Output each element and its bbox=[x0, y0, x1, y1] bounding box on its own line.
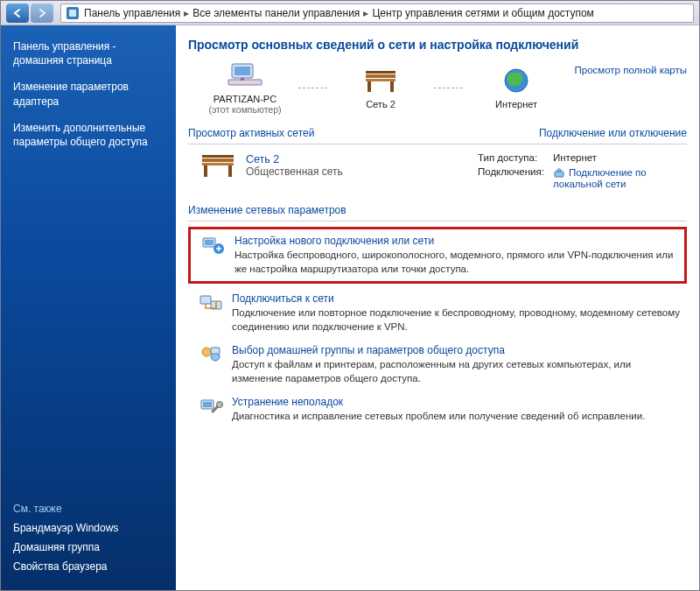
task-description: Настройка беспроводного, широкополосного… bbox=[234, 249, 679, 276]
page-title: Просмотр основных сведений о сети и наст… bbox=[188, 38, 687, 52]
active-network-item: Сеть 2 Общественная сеть bbox=[188, 150, 472, 184]
arrow-right-icon bbox=[37, 8, 47, 18]
task-description: Доступ к файлам и принтерам, расположенн… bbox=[232, 358, 682, 385]
svg-point-27 bbox=[217, 402, 223, 408]
svg-rect-14 bbox=[228, 165, 232, 177]
chevron-right-icon: ▸ bbox=[184, 7, 189, 19]
homegroup-icon bbox=[199, 344, 225, 368]
svg-rect-5 bbox=[366, 79, 396, 81]
map-pc-sub: (этот компьютер) bbox=[188, 104, 302, 115]
svg-rect-11 bbox=[202, 158, 234, 162]
svg-rect-12 bbox=[202, 163, 234, 165]
bench-icon bbox=[199, 150, 237, 184]
sidebar-link-homegroup[interactable]: Домашняя группа bbox=[13, 541, 164, 553]
troubleshoot-icon bbox=[199, 396, 225, 419]
svg-point-22 bbox=[202, 348, 211, 356]
computer-icon bbox=[188, 60, 302, 92]
svg-rect-20 bbox=[200, 296, 211, 304]
svg-rect-2 bbox=[228, 80, 262, 85]
task-description: Подключение или повторное подключение к … bbox=[232, 306, 682, 334]
map-pc-name: PARTIZAN-PC bbox=[188, 94, 302, 104]
bench-icon bbox=[324, 66, 438, 97]
new-connection-icon bbox=[201, 235, 228, 258]
connection-details: Тип доступа: Интернет Подключения: Подкл… bbox=[472, 150, 687, 192]
task-title-link[interactable]: Устранение неполадок bbox=[232, 396, 343, 408]
sidebar-link-adapter-settings[interactable]: Изменение параметров адаптера bbox=[13, 80, 164, 108]
access-type-value: Интернет bbox=[550, 151, 685, 164]
svg-rect-4 bbox=[366, 74, 396, 78]
active-networks-heading: Просмотр активных сетей Подключение или … bbox=[188, 127, 687, 141]
task-title-link[interactable]: Выбор домашней группы и параметров общег… bbox=[232, 344, 505, 356]
svg-rect-15 bbox=[202, 155, 234, 158]
svg-rect-16 bbox=[555, 172, 564, 177]
svg-rect-24 bbox=[211, 348, 220, 354]
nav-back-button[interactable] bbox=[6, 4, 29, 23]
sidebar-home-link[interactable]: Панель управления - домашняя страница bbox=[13, 39, 164, 67]
control-panel-icon bbox=[66, 7, 79, 19]
svg-rect-6 bbox=[368, 81, 371, 92]
map-network-name: Сеть 2 bbox=[324, 99, 438, 109]
arrow-left-icon bbox=[12, 8, 23, 18]
task-description: Диагностика и исправление сетевых пробле… bbox=[232, 410, 645, 424]
task-connect-network[interactable]: Подключиться к сети Подключение или повт… bbox=[188, 287, 687, 339]
network-map: PARTIZAN-PC (этот компьютер) Сеть 2 bbox=[188, 60, 573, 115]
map-node-network: Сеть 2 bbox=[324, 66, 438, 109]
sidebar-link-browser-properties[interactable]: Свойства браузера bbox=[13, 560, 164, 573]
titlebar: Панель управления ▸ Все элементы панели … bbox=[1, 1, 699, 25]
globe-icon bbox=[459, 66, 573, 97]
map-internet-label: Интернет bbox=[459, 99, 573, 109]
task-title-link[interactable]: Подключиться к сети bbox=[232, 292, 334, 305]
task-troubleshoot[interactable]: Устранение неполадок Диагностика и испра… bbox=[188, 390, 687, 429]
connect-disconnect-link[interactable]: Подключение или отключение bbox=[539, 127, 687, 139]
svg-rect-13 bbox=[204, 165, 207, 177]
task-new-connection[interactable]: Настройка нового подключения или сети На… bbox=[188, 227, 687, 284]
svg-rect-26 bbox=[203, 402, 212, 407]
sidebar-link-advanced-sharing[interactable]: Изменить дополнительные параметры общего… bbox=[13, 121, 164, 149]
lan-connection-link[interactable]: Подключение по локальной сети bbox=[553, 167, 647, 189]
view-full-map-link[interactable]: Просмотр полной карты bbox=[574, 65, 687, 75]
svg-rect-1 bbox=[234, 67, 250, 75]
content: Просмотр основных сведений о сети и наст… bbox=[176, 25, 699, 590]
chevron-right-icon: ▸ bbox=[363, 7, 368, 19]
map-node-internet: Интернет bbox=[459, 66, 573, 109]
connections-label: Подключения: bbox=[474, 165, 548, 190]
breadcrumb-item[interactable]: Все элементы панели управления bbox=[192, 7, 360, 19]
nav-forward-button bbox=[31, 4, 53, 23]
svg-rect-8 bbox=[366, 71, 396, 74]
breadcrumb-item[interactable]: Центр управления сетями и общим доступом bbox=[372, 7, 594, 19]
svg-rect-7 bbox=[390, 81, 394, 92]
network-adapter-icon bbox=[553, 166, 565, 179]
active-network-type: Общественная сеть bbox=[246, 165, 343, 178]
sidebar-link-firewall[interactable]: Брандмауэр Windows bbox=[13, 522, 164, 534]
sidebar-see-also-heading: См. также bbox=[13, 503, 164, 515]
sidebar: Панель управления - домашняя страница Из… bbox=[1, 25, 176, 590]
active-network-name-link[interactable]: Сеть 2 bbox=[246, 153, 279, 165]
access-type-label: Тип доступа: bbox=[474, 151, 548, 164]
change-settings-heading: Изменение сетевых параметров bbox=[188, 204, 687, 218]
breadcrumb[interactable]: Панель управления ▸ Все элементы панели … bbox=[60, 4, 694, 23]
svg-rect-18 bbox=[205, 240, 214, 245]
connect-network-icon bbox=[199, 292, 225, 316]
breadcrumb-item[interactable]: Панель управления bbox=[84, 7, 180, 19]
task-homegroup[interactable]: Выбор домашней группы и параметров общег… bbox=[188, 339, 687, 390]
svg-rect-3 bbox=[241, 78, 244, 81]
map-node-pc: PARTIZAN-PC (этот компьютер) bbox=[188, 60, 302, 115]
task-title-link[interactable]: Настройка нового подключения или сети bbox=[234, 235, 434, 247]
